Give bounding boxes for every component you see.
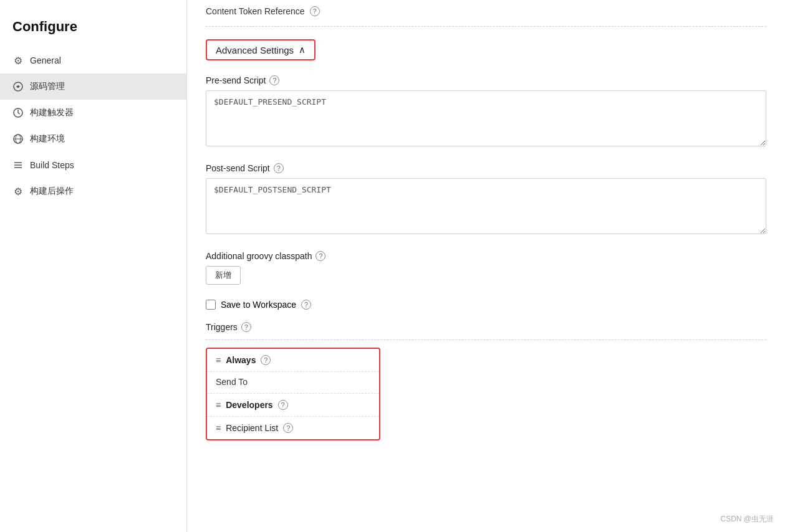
pre-send-script-section: Pre-send Script ? $DEFAULT_PRESEND_SCRIP…: [206, 75, 766, 148]
recipient-list-label: Recipient List: [226, 423, 278, 433]
sidebar-item-post-build-label: 构建后操作: [30, 186, 74, 197]
groovy-classpath-section: Additional groovy classpath ? 新增: [206, 251, 766, 285]
pre-send-script-label-row: Pre-send Script ?: [206, 75, 766, 85]
content-token-help-icon[interactable]: ?: [310, 6, 320, 16]
save-to-workspace-label: Save to Workspace: [221, 300, 296, 310]
recipient-help-icon[interactable]: ?: [283, 423, 293, 433]
developers-row: ≡ Developers ?: [207, 394, 379, 417]
save-to-workspace-help-icon[interactable]: ?: [301, 300, 311, 310]
post-send-script-help-icon[interactable]: ?: [274, 163, 284, 173]
advanced-settings-chevron-icon: ∧: [299, 44, 306, 55]
general-icon: ⚙: [12, 55, 24, 66]
main-content: Content Token Reference ? Advanced Setti…: [187, 0, 785, 532]
recipient-list-row: ≡ Recipient List ?: [207, 417, 379, 439]
post-build-icon: ⚙: [12, 186, 24, 197]
sidebar-item-general-label: General: [30, 55, 61, 65]
pre-send-script-textarea[interactable]: $DEFAULT_PRESEND_SCRIPT: [206, 90, 766, 146]
sidebar-item-post-build[interactable]: ⚙ 构建后操作: [0, 178, 186, 204]
triggers-label: Triggers: [206, 322, 238, 332]
triggers-help-icon[interactable]: ?: [241, 322, 251, 332]
sidebar-item-build-env[interactable]: 构建环境: [0, 126, 186, 152]
post-send-script-section: Post-send Script ? $DEFAULT_POSTSEND_SCR…: [206, 163, 766, 236]
advanced-settings-toggle[interactable]: Advanced Settings ∧: [206, 39, 315, 60]
advanced-settings-label: Advanced Settings: [216, 45, 294, 55]
svg-line-3: [18, 113, 20, 114]
sidebar-item-build-triggers[interactable]: 构建触发器: [0, 100, 186, 126]
recipient-hamburger-icon: ≡: [216, 423, 221, 433]
developers-hamburger-icon: ≡: [216, 400, 221, 410]
always-help-icon[interactable]: ?: [261, 355, 271, 365]
developers-label: Developers: [226, 400, 272, 410]
content-token-reference-section: Content Token Reference ?: [206, 6, 766, 27]
build-triggers-icon: [12, 107, 24, 118]
always-hamburger-icon: ≡: [216, 355, 221, 365]
post-send-script-label-row: Post-send Script ?: [206, 163, 766, 173]
source-mgmt-icon: [12, 81, 24, 92]
groovy-classpath-label-row: Additional groovy classpath ?: [206, 251, 766, 261]
sidebar-title: Configure: [0, 12, 186, 47]
watermark: CSDN @虫无涯: [720, 514, 774, 525]
sidebar-item-build-steps-label: Build Steps: [30, 160, 74, 170]
groovy-classpath-help-icon[interactable]: ?: [315, 251, 325, 261]
sidebar-item-source-mgmt[interactable]: 源码管理: [0, 74, 186, 100]
groovy-classpath-label: Additional groovy classpath: [206, 251, 312, 261]
save-to-workspace-checkbox[interactable]: [206, 300, 216, 310]
always-label: Always: [226, 355, 256, 365]
triggers-label-row: Triggers ?: [206, 322, 766, 332]
pre-send-script-label: Pre-send Script: [206, 75, 266, 85]
send-to-label: Send To: [216, 377, 248, 387]
post-send-script-label: Post-send Script: [206, 163, 270, 173]
triggers-separator: [206, 340, 766, 340]
triggers-section: Triggers ? ≡ Always ? Send To ≡ Develope…: [206, 322, 766, 440]
developers-help-icon[interactable]: ?: [278, 400, 288, 410]
post-send-script-textarea[interactable]: $DEFAULT_POSTSEND_SCRIPT: [206, 178, 766, 234]
content-token-label: Content Token Reference: [206, 6, 305, 16]
always-send-to-box: ≡ Always ? Send To ≡ Developers ? ≡ Reci…: [206, 348, 380, 440]
build-env-icon: [12, 133, 24, 145]
sidebar-item-build-triggers-label: 构建触发器: [30, 107, 74, 118]
sidebar: Configure ⚙ General 源码管理 构建触发器: [0, 0, 187, 532]
sidebar-item-source-mgmt-label: 源码管理: [30, 81, 65, 92]
build-steps-icon: [12, 159, 24, 171]
send-to-row: Send To: [207, 372, 379, 394]
save-to-workspace-section: Save to Workspace ?: [206, 300, 766, 310]
always-row: ≡ Always ?: [207, 349, 379, 372]
sidebar-item-general[interactable]: ⚙ General: [0, 47, 186, 74]
sidebar-item-build-env-label: 构建环境: [30, 133, 65, 145]
add-groovy-button[interactable]: 新增: [206, 266, 241, 285]
pre-send-script-help-icon[interactable]: ?: [269, 75, 279, 85]
sidebar-item-build-steps[interactable]: Build Steps: [0, 152, 186, 178]
